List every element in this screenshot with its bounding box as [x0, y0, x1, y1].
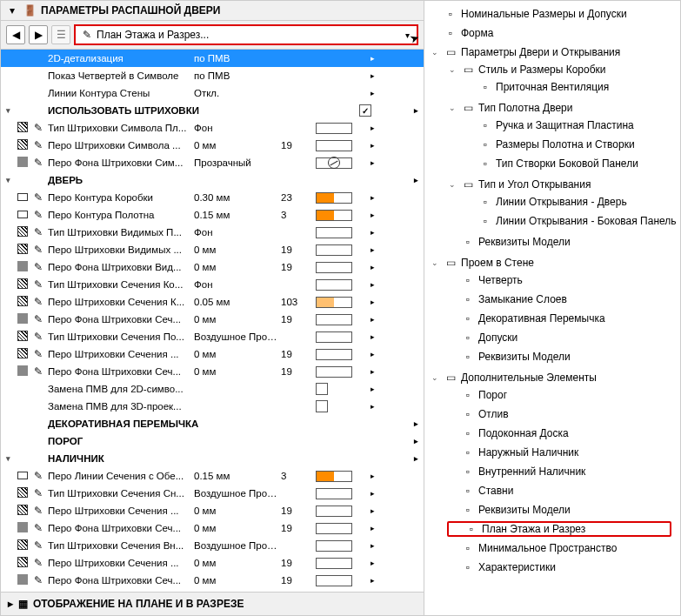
- row-menu-icon[interactable]: ▸: [364, 158, 380, 167]
- row-menu-icon[interactable]: ▸: [364, 402, 380, 411]
- list-button[interactable]: ☰: [51, 25, 70, 44]
- table-row[interactable]: ▸✎Перо Фона Штриховки Сеч...0 мм19▸: [1, 519, 424, 537]
- tree-item[interactable]: ·▫Минимальное Пространство: [447, 540, 680, 556]
- panel-header[interactable]: ▾ 🚪 ПАРАМЕТРЫ РАСПАШНОЙ ДВЕРИ: [1, 1, 424, 21]
- table-row[interactable]: ▾НАЛИЧНИК▸: [1, 450, 424, 467]
- param-value[interactable]: Откл.: [194, 88, 281, 98]
- table-row[interactable]: ▸✎Тип Штриховки Сечения Сн...Воздушное П…: [1, 485, 424, 502]
- row-menu-icon[interactable]: ▸: [364, 367, 380, 376]
- row-menu-icon[interactable]: ▸: [364, 89, 380, 97]
- row-menu-icon[interactable]: ▸: [364, 298, 380, 306]
- table-row[interactable]: ▸✎Перо Фона Штриховки Сеч...0 мм19▸: [1, 572, 424, 589]
- param-value[interactable]: по ПМВ: [194, 70, 281, 81]
- tree-item[interactable]: ·▫Внутренний Наличник: [447, 464, 680, 479]
- view-dropdown[interactable]: ✎ План Этажа и Разрез... ➤: [74, 24, 418, 45]
- row-menu-icon[interactable]: ▸: [364, 524, 380, 532]
- tree-caret-icon[interactable]: ⌄: [430, 373, 440, 382]
- param-value2[interactable]: 19: [281, 314, 316, 325]
- tree-caret-icon[interactable]: ⌄: [430, 48, 440, 57]
- tree-item[interactable]: ·▫Тип Створки Боковой Панели: [464, 156, 680, 171]
- table-row[interactable]: ▸ПОРОГ▸: [1, 432, 424, 450]
- table-row[interactable]: ▸✎Перо Фона Штриховки Вид...0 мм19▸: [1, 258, 424, 276]
- table-row[interactable]: ▸✎Перо Штриховки Символа ...0 мм19▸: [1, 137, 424, 154]
- table-row[interactable]: ▸✎Перо Штриховки Видимых ...0 мм19▸: [1, 241, 424, 258]
- tree-item[interactable]: ·▫Линии Открывания - Дверь: [464, 194, 680, 210]
- color-swatch[interactable]: [316, 123, 364, 134]
- row-menu-icon[interactable]: ▸: [364, 141, 380, 150]
- row-menu-icon[interactable]: ▸: [364, 245, 380, 254]
- color-swatch[interactable]: [316, 157, 364, 169]
- row-menu-icon[interactable]: ▸: [364, 315, 380, 324]
- table-row[interactable]: ▸Замена ПМВ для 3D-проек...▸: [1, 398, 424, 415]
- table-row[interactable]: ▸✎Тип Штриховки Сечения По...Воздушное П…: [1, 328, 424, 345]
- param-value[interactable]: 0 мм: [194, 366, 281, 377]
- color-swatch[interactable]: [316, 279, 364, 291]
- param-value2[interactable]: 3: [281, 210, 316, 220]
- table-row[interactable]: ▸✎Перо Фона Штриховки Сеч...0 мм19▸: [1, 363, 424, 380]
- param-value2[interactable]: 19: [281, 140, 316, 151]
- prev-button[interactable]: ◀: [6, 25, 25, 44]
- row-menu-icon[interactable]: ▸: [408, 176, 424, 184]
- param-value[interactable]: 0 мм: [194, 575, 281, 586]
- color-swatch[interactable]: [316, 558, 364, 569]
- param-value[interactable]: 0 мм: [194, 506, 281, 516]
- tree-item[interactable]: ⌄▭Параметры Двери и Открывания: [430, 44, 680, 60]
- color-swatch[interactable]: [316, 575, 364, 586]
- row-menu-icon[interactable]: ▸: [364, 350, 380, 358]
- tree-caret-icon[interactable]: ⌄: [447, 65, 457, 74]
- color-swatch[interactable]: [316, 366, 364, 378]
- param-value[interactable]: Воздушное Прост...: [194, 540, 281, 551]
- table-row[interactable]: ▾ИСПОЛЬЗОВАТЬ ШТРИХОВКИ✓▸: [1, 102, 424, 119]
- color-swatch[interactable]: [316, 349, 364, 360]
- tree-caret-icon[interactable]: ⌄: [447, 180, 457, 189]
- tree-item[interactable]: ·▫Отлив: [447, 406, 680, 422]
- table-row[interactable]: ▾ДВЕРЬ▸: [1, 171, 424, 189]
- tree-item[interactable]: ·▫Реквизиты Модели: [447, 502, 680, 518]
- navigation-tree[interactable]: ·▫Номинальные Размеры и Допуски·▫Форма⌄▭…: [424, 1, 680, 615]
- color-swatch[interactable]: [316, 523, 364, 534]
- param-value[interactable]: 0 мм: [194, 558, 281, 568]
- param-value2[interactable]: 19: [281, 262, 316, 272]
- checkbox[interactable]: [316, 383, 328, 395]
- param-value2[interactable]: 3: [281, 471, 316, 481]
- row-menu-icon[interactable]: ▸: [364, 472, 380, 480]
- checkbox[interactable]: [316, 400, 328, 412]
- param-value[interactable]: 0.30 мм: [194, 192, 281, 203]
- table-row[interactable]: ▸✎Перо Линии Сечения с Обе...0.15 мм3▸: [1, 467, 424, 485]
- row-menu-icon[interactable]: ▸: [364, 124, 380, 132]
- param-value2[interactable]: 103: [281, 297, 316, 307]
- row-menu-icon[interactable]: ▸: [408, 106, 424, 115]
- table-row[interactable]: ▸✎Перо Штриховки Сечения ...0 мм19▸: [1, 345, 424, 363]
- checkbox[interactable]: ✓: [359, 104, 371, 117]
- param-value[interactable]: 0.15 мм: [194, 210, 281, 220]
- color-swatch[interactable]: [316, 471, 364, 482]
- param-value2[interactable]: 19: [281, 366, 316, 377]
- color-swatch[interactable]: [316, 210, 364, 221]
- color-swatch[interactable]: [316, 262, 364, 273]
- tree-item[interactable]: ·▫Ручка и Защитная Пластина: [464, 117, 680, 133]
- row-menu-icon[interactable]: ▸: [364, 71, 380, 80]
- tree-item[interactable]: ⌄▭Проем в Стене: [430, 255, 680, 271]
- row-menu-icon[interactable]: ▸: [364, 332, 380, 341]
- row-menu-icon[interactable]: ▸: [364, 559, 380, 567]
- color-swatch[interactable]: [316, 506, 364, 517]
- tree-item[interactable]: ·▫Форма: [430, 25, 680, 41]
- param-value[interactable]: 0 мм: [194, 244, 281, 255]
- expand-toggle[interactable]: ▾: [1, 106, 15, 115]
- param-value[interactable]: Фон: [194, 279, 281, 290]
- table-row[interactable]: ▸Замена ПМВ для 2D-симво...▸: [1, 380, 424, 398]
- row-menu-icon[interactable]: ▸: [364, 211, 380, 219]
- row-menu-icon[interactable]: ▸: [364, 541, 380, 550]
- row-menu-icon[interactable]: ▸: [364, 54, 380, 63]
- color-swatch[interactable]: [316, 297, 364, 308]
- param-value2[interactable]: 19: [281, 523, 316, 533]
- row-menu-icon[interactable]: ▸: [364, 193, 380, 202]
- tree-item[interactable]: ·▫Подоконная Доска: [447, 425, 680, 441]
- table-row[interactable]: ▸✎Перо Штриховки Сечения ...0 мм19▸: [1, 554, 424, 572]
- tree-item[interactable]: ⌄▭Тип Полотна Двери: [447, 100, 680, 116]
- param-value[interactable]: 0.05 мм: [194, 297, 281, 307]
- color-swatch[interactable]: [316, 192, 364, 204]
- param-value[interactable]: 0 мм: [194, 314, 281, 325]
- param-value[interactable]: 0 мм: [194, 140, 281, 151]
- tree-item[interactable]: ·▫Приточная Вентиляция: [464, 79, 680, 95]
